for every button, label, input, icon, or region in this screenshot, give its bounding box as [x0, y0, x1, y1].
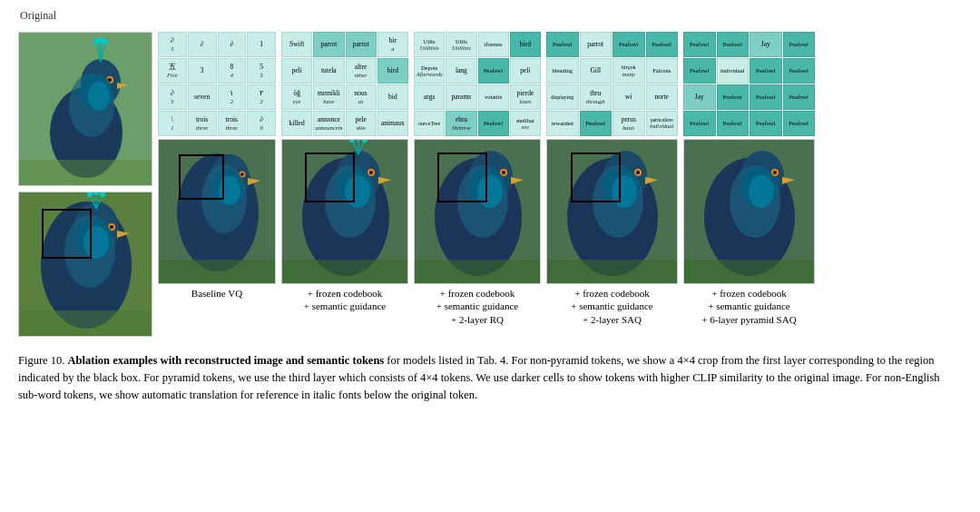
token-cell: Peafowl [717, 111, 750, 136]
caption-frozen-saq: + frozen codebook + semantic guidance + … [571, 287, 653, 326]
token-cell: DepoisAfterwards [414, 58, 445, 84]
svg-point-56 [345, 175, 370, 208]
token-cell: peleskin [346, 111, 377, 136]
caption-frozen-rq: + frozen codebook + semantic guidance + … [436, 287, 519, 326]
token-cell: Gill [580, 58, 612, 84]
token-cell: pierdeloses [510, 84, 541, 110]
token-cell: Peafowl [717, 32, 750, 57]
svg-point-83 [773, 171, 777, 174]
token-cell: killed [281, 111, 312, 136]
token-cell: args [414, 84, 445, 110]
original-peacock-svg [19, 33, 152, 186]
token-cell: blending [546, 58, 579, 84]
original-image [18, 32, 152, 186]
token-cell: Peafowl [717, 84, 750, 110]
token-cell: tutela [313, 58, 344, 84]
pyramid-image [683, 139, 815, 284]
token-cell: 55 [247, 58, 276, 84]
token-cell: Peafowl [580, 111, 612, 136]
figure-bold-caption: Ablation examples with reconstructed ima… [68, 354, 385, 367]
token-cell: params [446, 84, 476, 110]
main-container: Original [18, 9, 962, 403]
svg-point-37 [240, 172, 244, 176]
token-cell: ∂ [188, 32, 217, 57]
token-cell: individual [717, 58, 750, 84]
svg-point-21 [110, 225, 113, 229]
grid-frozen-rq-top: UtilsUtilities UtilsUtilities iformes bi… [414, 32, 541, 136]
token-cell: Peafowl [750, 84, 782, 110]
token-cell: parrot [580, 32, 612, 57]
token-cell: bira [377, 32, 408, 57]
baseline-vq-image [158, 139, 276, 284]
token-cell: Peafowl [783, 111, 816, 136]
original-peacock-svg-bottom [19, 192, 152, 337]
token-cell: volatile [478, 84, 509, 110]
token-cell: seven [188, 84, 217, 110]
caption-pyramid: + frozen codebook + semantic guidance + … [701, 287, 796, 326]
svg-point-11 [103, 39, 108, 44]
column-original [18, 32, 152, 340]
token-cell: Peafowl [478, 111, 509, 136]
token-cell: Jay [750, 32, 782, 57]
token-cell: Peafowl [750, 58, 782, 84]
svg-point-63 [502, 171, 505, 174]
token-cell: ∂5 [158, 84, 187, 110]
svg-point-66 [477, 175, 503, 208]
token-cell: Peafowl [683, 58, 716, 84]
svg-rect-77 [547, 260, 678, 284]
token-cell: UtilsUtilities [414, 32, 445, 57]
token-cell: ٢2 [247, 84, 276, 110]
figure-row: ∂5 ∂ ∂ 1 五Five 3 84 55 ∂5 seven ١2 ٢2 \1… [18, 32, 962, 340]
token-cell: \1 [158, 111, 187, 136]
token-cell: Peafowl [546, 32, 579, 57]
column-frozen-cb: Swift parrot parrot bira peli tutela alt… [281, 32, 408, 313]
frozen-cb-image [281, 139, 408, 284]
svg-point-73 [636, 171, 640, 174]
token-cell: ∂5 [158, 32, 187, 57]
token-cell: iformes [478, 32, 509, 57]
grid-frozen-saq-top: Peafowl parrot Peafowl Peafowl blending … [546, 32, 678, 136]
svg-rect-31 [19, 310, 152, 337]
token-cell: ourceTree [414, 111, 445, 136]
svg-point-47 [369, 171, 373, 174]
svg-point-14 [88, 82, 110, 111]
token-cell: Peafowl [612, 32, 645, 57]
token-cell: Peafowl [783, 84, 816, 110]
column-pyramid: Peafowl Peafowl Jay Peafowl Peafowl indi… [683, 32, 815, 326]
token-cell: thruthrough [580, 84, 612, 110]
token-cell: troisthree [218, 111, 247, 136]
token-cell: bid [377, 84, 408, 110]
token-cell: troisthree [188, 111, 217, 136]
token-cell: bird [510, 32, 541, 57]
token-cell: ١2 [218, 84, 247, 110]
token-cell: Jay [683, 84, 716, 110]
figure-caption: Figure 10. Ablation examples with recons… [18, 352, 962, 403]
frozen-saq-image [546, 139, 678, 284]
token-cell: nousus [346, 84, 377, 110]
token-cell: memiklihave [313, 84, 344, 110]
token-cell: annonceannouncem [313, 111, 344, 136]
frozen-rq-image [414, 139, 541, 284]
svg-rect-57 [282, 260, 408, 284]
token-cell: wi [612, 84, 645, 110]
token-cell: Peafowl [646, 32, 679, 57]
svg-rect-41 [159, 260, 276, 284]
column-baseline-vq: ∂5 ∂ ∂ 1 五Five 3 84 55 ∂5 seven ١2 ٢2 \1… [158, 32, 276, 300]
svg-rect-87 [684, 260, 815, 284]
token-cell: perusbasic [612, 111, 645, 136]
token-cell: rewarded [546, 111, 579, 136]
token-cell: altreother [346, 58, 377, 84]
token-cell: parrot [346, 32, 377, 57]
token-cell: peli [281, 58, 312, 84]
token-cell: Falcons [646, 58, 679, 84]
token-cell: 84 [218, 58, 247, 84]
original-label: Original [20, 9, 962, 23]
grid-frozen-cb-top: Swift parrot parrot bira peli tutela alt… [281, 32, 408, 136]
token-cell: lang [446, 58, 476, 84]
column-frozen-cb-rq: UtilsUtilities UtilsUtilities iformes bi… [414, 32, 541, 326]
token-cell: melihatsee [510, 111, 541, 136]
token-cell: 五Five [158, 58, 187, 84]
token-cell: 3 [188, 58, 217, 84]
token-cell: birçokmany [612, 58, 645, 84]
token-cell: peli [510, 58, 541, 84]
